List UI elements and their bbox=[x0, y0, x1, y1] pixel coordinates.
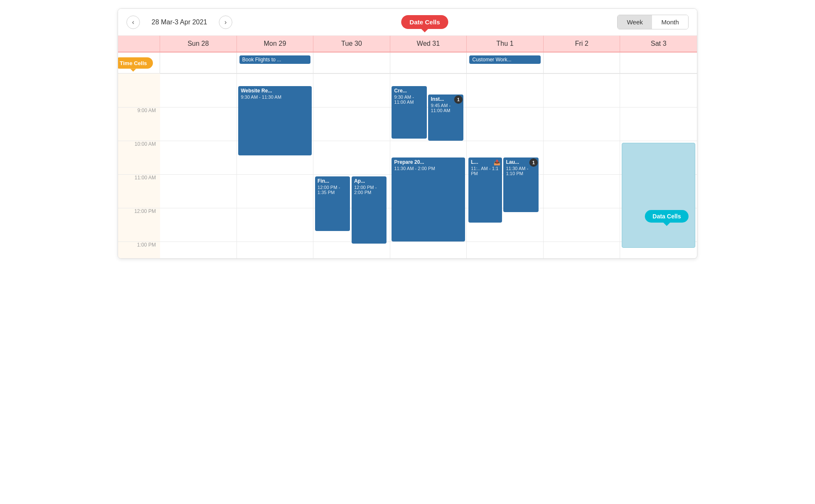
allday-thu[interactable]: Customer Work... bbox=[467, 52, 544, 73]
header-wed[interactable]: Wed 31 bbox=[390, 36, 467, 52]
header-time-cell bbox=[118, 36, 160, 52]
event-time: 9:45 AM - 11:00 AM bbox=[431, 103, 461, 113]
event-time: 11:.. AM - 1:1 PM bbox=[471, 166, 500, 176]
allday-fri[interactable] bbox=[544, 52, 620, 73]
time-slot-10am: 9:00 AM bbox=[118, 107, 160, 141]
event-launch-lau[interactable]: Lau... 11:30 AM - 1:10 PM 1 bbox=[503, 158, 539, 212]
month-view-button[interactable]: Month bbox=[652, 15, 688, 29]
event-time: 11:30 AM - 1:10 PM bbox=[506, 166, 536, 176]
event-title: Cre... bbox=[394, 88, 424, 94]
week-view-button[interactable]: Week bbox=[618, 15, 652, 29]
header-thu[interactable]: Thu 1 bbox=[467, 36, 544, 52]
event-sat-data[interactable] bbox=[622, 143, 695, 248]
time-slot-end: 1:00 PM bbox=[118, 242, 160, 258]
event-time: 9:30 AM - 11:30 AM bbox=[241, 94, 309, 100]
header-fri[interactable]: Fri 2 bbox=[544, 36, 620, 52]
event-time: 12:00 PM - 1:35 PM bbox=[318, 185, 348, 195]
share-icon: 📤 bbox=[494, 159, 500, 165]
event-title: Prepare 20... bbox=[394, 159, 462, 165]
allday-wed[interactable] bbox=[390, 52, 467, 73]
header-center: Date Cells bbox=[232, 15, 617, 29]
event-cre[interactable]: Cre... 9:30 AM - 11:00 AM bbox=[392, 86, 427, 139]
calendar-header: ‹ 28 Mar-3 Apr 2021 › Date Cells Week Mo… bbox=[118, 9, 697, 36]
header-mon[interactable]: Mon 29 bbox=[237, 36, 314, 52]
allday-sat[interactable] bbox=[620, 52, 697, 73]
allday-mon[interactable]: Book Flights to ... bbox=[237, 52, 314, 73]
event-time: 9:30 AM - 11:00 AM bbox=[394, 94, 424, 105]
event-ap[interactable]: Ap... 12:00 PM - 2:00 PM bbox=[352, 176, 387, 244]
day-col-sat[interactable] bbox=[620, 74, 697, 258]
date-range-label: 28 Mar-3 Apr 2021 bbox=[146, 18, 213, 26]
day-col-sun[interactable] bbox=[160, 74, 237, 258]
next-nav-button[interactable]: › bbox=[219, 16, 232, 29]
event-badge: 1 bbox=[529, 158, 538, 167]
grid-body: Data Cells 9:00 AM 10:00 AM 11:00 AM 12:… bbox=[118, 74, 697, 258]
event-fin[interactable]: Fin... 12:00 PM - 1:35 PM bbox=[315, 176, 350, 231]
time-slot-1pm: 12:00 PM bbox=[118, 208, 160, 242]
allday-sun[interactable] bbox=[160, 52, 237, 73]
day-col-mon[interactable]: Website Re... 9:30 AM - 11:30 AM bbox=[237, 74, 314, 258]
header-tue[interactable]: Tue 30 bbox=[313, 36, 390, 52]
time-cells-label: Time Cells bbox=[118, 57, 153, 68]
time-slot-12pm: 11:00 AM bbox=[118, 174, 160, 208]
time-slot-11am: 10:00 AM bbox=[118, 141, 160, 174]
event-website-re[interactable]: Website Re... 9:30 AM - 11:30 AM bbox=[238, 86, 311, 155]
header-sat[interactable]: Sat 3 bbox=[620, 36, 697, 52]
allday-tue[interactable] bbox=[313, 52, 390, 73]
event-time: 11:30 AM - 2:00 PM bbox=[394, 166, 462, 171]
time-slot-9am bbox=[118, 74, 160, 107]
event-time: 12:00 PM - 2:00 PM bbox=[354, 185, 384, 195]
event-badge: 1 bbox=[454, 95, 463, 104]
event-launch-l[interactable]: L... 📤 11:.. AM - 1:1 PM bbox=[468, 158, 502, 223]
event-title: Website Re... bbox=[241, 88, 309, 94]
header-sun[interactable]: Sun 28 bbox=[160, 36, 237, 52]
time-grid: 9:00 AM 10:00 AM 11:00 AM 12:00 PM 1:00 … bbox=[118, 74, 697, 258]
allday-time-cell: Time Cells bbox=[118, 52, 160, 73]
day-col-tue[interactable]: Fin... 12:00 PM - 1:35 PM Ap... 12:00 PM… bbox=[313, 74, 390, 258]
event-prepare[interactable]: Prepare 20... 11:30 AM - 2:00 PM bbox=[392, 158, 465, 242]
event-title: Ap... bbox=[354, 178, 384, 184]
event-title: Fin... bbox=[318, 178, 348, 184]
event-inst[interactable]: Inst... 9:45 AM - 11:00 AM 1 bbox=[428, 94, 463, 141]
allday-event-customer-work[interactable]: Customer Work... bbox=[469, 55, 541, 64]
day-col-wed[interactable]: Cre... 9:30 AM - 11:00 AM Inst... 9:45 A… bbox=[390, 74, 467, 258]
calendar-container: ‹ 28 Mar-3 Apr 2021 › Date Cells Week Mo… bbox=[118, 8, 697, 259]
day-col-thu[interactable]: L... 📤 11:.. AM - 1:1 PM Lau... 11:30 AM… bbox=[467, 74, 544, 258]
time-column: 9:00 AM 10:00 AM 11:00 AM 12:00 PM 1:00 … bbox=[118, 74, 160, 258]
allday-row: Time Cells Book Flights to ... Customer … bbox=[118, 52, 697, 74]
allday-event-book-flights[interactable]: Book Flights to ... bbox=[239, 55, 311, 64]
date-cells-tooltip: Date Cells bbox=[401, 15, 449, 29]
day-header-row: Sun 28 Mon 29 Tue 30 Wed 31 Thu 1 Fri 2 … bbox=[118, 36, 697, 52]
prev-nav-button[interactable]: ‹ bbox=[126, 16, 140, 29]
day-col-fri[interactable] bbox=[544, 74, 620, 258]
view-toggle: Week Month bbox=[617, 15, 689, 29]
